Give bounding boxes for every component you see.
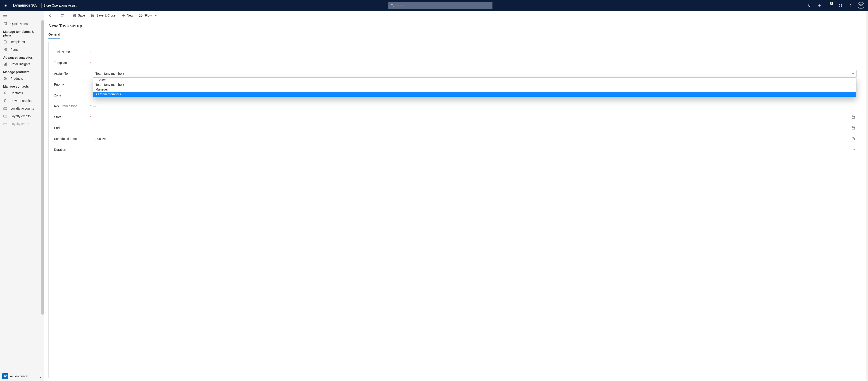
select-option[interactable]: --Select-- <box>93 78 856 82</box>
person-icon <box>3 91 7 95</box>
notifications-button[interactable]: 2 <box>825 0 835 11</box>
svg-rect-20 <box>5 48 6 49</box>
sidebar-item-label: Loyalty accounts <box>10 107 34 110</box>
sidebar-group: Manage contacts <box>0 82 44 89</box>
insights-icon <box>3 62 7 66</box>
duration-input[interactable]: --- <box>93 148 857 151</box>
save-close-icon <box>91 13 95 17</box>
svg-point-1 <box>5 4 6 4</box>
global-header: Dynamics 365 Store Operations Assist 2 D… <box>0 0 868 11</box>
svg-rect-23 <box>4 64 4 65</box>
task-name-input[interactable]: --- <box>93 50 857 54</box>
sidebar-toggle[interactable] <box>0 11 44 20</box>
sidebar-group: Manage templates & plans <box>0 28 44 38</box>
lightbulb-button[interactable] <box>804 0 814 11</box>
svg-rect-24 <box>5 63 6 65</box>
sidebar-item-label: Reward credits <box>10 99 31 102</box>
save-button[interactable]: Save <box>70 11 88 20</box>
sidebar-item[interactable]: Reward credits <box>0 97 44 105</box>
share-button[interactable] <box>58 11 67 20</box>
sidebar-switcher[interactable] <box>39 375 42 378</box>
svg-rect-46 <box>852 127 855 129</box>
sidebar-scrollbar[interactable] <box>41 20 44 363</box>
sidebar-item[interactable]: Templates <box>0 38 44 46</box>
svg-point-3 <box>4 5 4 6</box>
card-icon <box>3 114 7 118</box>
svg-rect-19 <box>4 48 5 49</box>
svg-point-0 <box>4 4 4 4</box>
help-button[interactable] <box>846 0 856 11</box>
sidebar-item[interactable]: Retail insights <box>0 60 44 68</box>
chevron-down-icon <box>852 72 854 75</box>
template-icon <box>3 40 7 44</box>
sidebar-item[interactable]: Contacts <box>0 89 44 97</box>
select-chevron[interactable] <box>850 70 854 77</box>
sidebar-item[interactable]: Loyalty cards <box>0 120 44 128</box>
assign-to-dropdown: --Select--Team (any member)ManagerAll te… <box>93 78 857 97</box>
app-launcher-button[interactable] <box>0 4 11 7</box>
template-input[interactable]: --- <box>93 61 857 64</box>
flow-button[interactable]: Flow <box>136 11 160 20</box>
left-sidebar: Quick NotesManage templates & plansTempl… <box>0 11 44 381</box>
search-input[interactable] <box>396 4 490 7</box>
action-center-label: Action center <box>10 375 37 378</box>
sidebar-item[interactable]: Quick Notes <box>0 20 44 28</box>
sidebar-item[interactable]: Loyalty accounts <box>0 105 44 112</box>
help-icon <box>849 3 853 7</box>
svg-point-27 <box>4 99 6 101</box>
form-panel: Task Name * --- Template * --- Assign To… <box>49 42 862 378</box>
box-icon <box>3 77 7 80</box>
sidebar-footer[interactable]: AC Action center <box>0 371 44 381</box>
add-button[interactable] <box>815 0 825 11</box>
select-option[interactable]: Manager <box>93 87 856 92</box>
save-icon <box>72 13 76 17</box>
grid-icon <box>3 48 7 51</box>
global-search[interactable] <box>389 2 493 9</box>
svg-marker-41 <box>140 14 142 17</box>
app-name-label[interactable]: Store Operations Assist <box>43 4 76 7</box>
back-button[interactable] <box>46 11 55 20</box>
sidebar-group: Manage products <box>0 68 44 75</box>
back-arrow-icon <box>49 13 52 17</box>
brand-label[interactable]: Dynamics 365 <box>11 3 39 7</box>
chevron-down-icon <box>155 14 157 17</box>
assign-to-select[interactable]: Team (any member) <box>93 70 857 77</box>
sidebar-item[interactable]: Products <box>0 75 44 82</box>
field-end: End --- <box>54 122 857 133</box>
settings-button[interactable] <box>835 0 845 11</box>
select-option[interactable]: All team members <box>93 92 856 97</box>
sidebar-item[interactable]: Plans <box>0 46 44 53</box>
sidebar-item-label: Loyalty cards <box>10 122 29 126</box>
start-input[interactable]: --- <box>93 115 857 119</box>
svg-rect-30 <box>4 115 7 117</box>
plus-icon <box>817 3 822 7</box>
calendar-icon[interactable] <box>851 126 857 130</box>
plus-icon <box>122 13 125 17</box>
share-icon <box>60 13 64 17</box>
sidebar-item[interactable]: Loyalty credits <box>0 112 44 120</box>
scheduled-time-input[interactable]: 10:00 PM <box>93 137 857 141</box>
user-avatar[interactable]: DM <box>858 2 864 9</box>
sidebar-item-label: Loyalty credits <box>10 114 31 118</box>
flow-icon <box>139 14 143 17</box>
tab-general[interactable]: General <box>49 31 60 39</box>
svg-rect-42 <box>852 116 855 118</box>
svg-rect-36 <box>73 14 75 15</box>
tab-list: General <box>44 31 866 39</box>
waffle-icon <box>4 4 7 7</box>
select-option[interactable]: Team (any member) <box>93 82 856 87</box>
header-divider <box>41 3 42 8</box>
award-icon <box>3 99 7 102</box>
new-button[interactable]: New <box>119 11 136 20</box>
end-input[interactable]: --- <box>93 126 857 130</box>
svg-rect-25 <box>6 63 6 65</box>
recurrence-input[interactable]: --- <box>93 105 857 108</box>
search-icon <box>391 4 394 7</box>
svg-point-8 <box>6 6 7 7</box>
clock-icon[interactable] <box>851 137 857 141</box>
chevron-down-icon[interactable] <box>852 148 857 151</box>
notification-badge: 2 <box>830 2 833 5</box>
calendar-icon[interactable] <box>851 115 857 119</box>
sidebar-item-label: Contacts <box>10 91 23 95</box>
save-close-button[interactable]: Save & Close <box>88 11 118 20</box>
